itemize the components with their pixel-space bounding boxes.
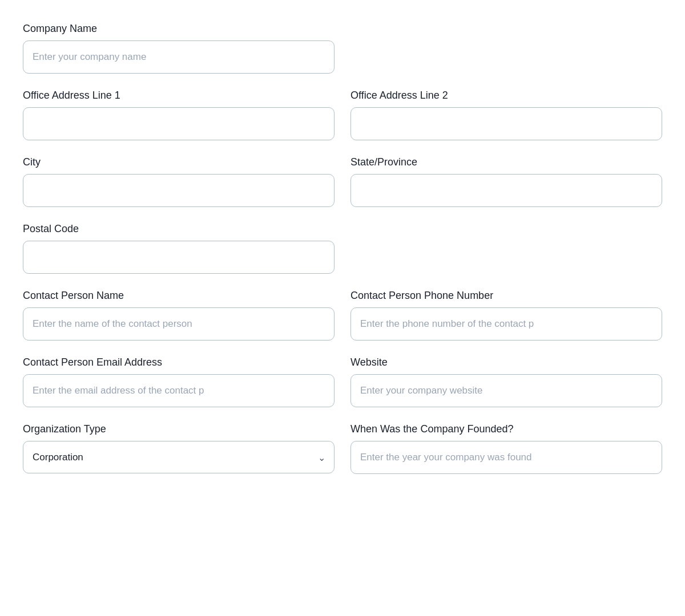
state-province-input[interactable] [350, 174, 662, 207]
contact-email-input[interactable] [23, 374, 335, 407]
year-founded-group: When Was the Company Founded? [350, 423, 662, 474]
organization-type-select[interactable]: Corporation LLC Partnership Sole Proprie… [23, 441, 335, 473]
state-province-group: State/Province [350, 156, 662, 207]
address-line1-group: Office Address Line 1 [23, 90, 335, 140]
address-line2-group: Office Address Line 2 [350, 90, 662, 140]
organization-type-select-wrapper: Corporation LLC Partnership Sole Proprie… [23, 441, 335, 473]
contact-name-input[interactable] [23, 307, 335, 341]
email-website-row: Contact Person Email Address Website [23, 356, 662, 407]
address-line2-label: Office Address Line 2 [350, 90, 662, 102]
website-input[interactable] [350, 374, 662, 407]
website-label: Website [350, 356, 662, 368]
state-province-label: State/Province [350, 156, 662, 168]
address-line1-label: Office Address Line 1 [23, 90, 335, 102]
address-row: Office Address Line 1 Office Address Lin… [23, 90, 662, 140]
postal-code-section: Postal Code [23, 223, 662, 274]
postal-code-label: Postal Code [23, 223, 335, 235]
postal-code-input[interactable] [23, 241, 335, 274]
city-input[interactable] [23, 174, 335, 207]
year-founded-label: When Was the Company Founded? [350, 423, 662, 435]
address-line1-input[interactable] [23, 107, 335, 140]
address-line2-input[interactable] [350, 107, 662, 140]
organization-type-label: Organization Type [23, 423, 335, 435]
contact-phone-label: Contact Person Phone Number [350, 290, 662, 302]
contact-phone-input[interactable] [350, 307, 662, 341]
contact-name-label: Contact Person Name [23, 290, 335, 302]
contact-email-group: Contact Person Email Address [23, 356, 335, 407]
company-name-section: Company Name [23, 23, 662, 74]
organization-type-group: Organization Type Corporation LLC Partne… [23, 423, 335, 474]
company-name-label: Company Name [23, 23, 335, 35]
contact-email-label: Contact Person Email Address [23, 356, 335, 368]
website-group: Website [350, 356, 662, 407]
city-state-row: City State/Province [23, 156, 662, 207]
org-year-row: Organization Type Corporation LLC Partne… [23, 423, 662, 474]
city-label: City [23, 156, 335, 168]
postal-code-group: Postal Code [23, 223, 335, 274]
company-name-group: Company Name [23, 23, 335, 74]
contact-name-group: Contact Person Name [23, 290, 335, 341]
company-name-input[interactable] [23, 40, 335, 74]
year-founded-input[interactable] [350, 441, 662, 474]
contact-row: Contact Person Name Contact Person Phone… [23, 290, 662, 341]
contact-phone-group: Contact Person Phone Number [350, 290, 662, 341]
city-group: City [23, 156, 335, 207]
